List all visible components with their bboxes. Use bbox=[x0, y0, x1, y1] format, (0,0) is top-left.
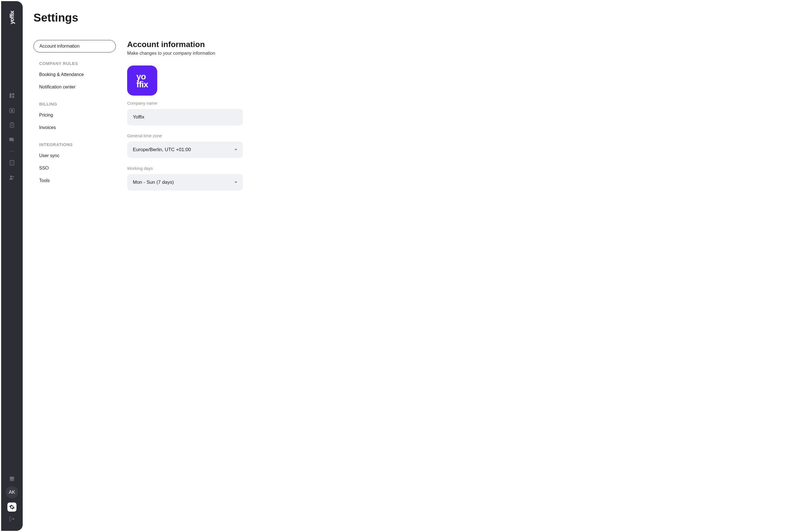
logout-icon[interactable] bbox=[8, 516, 15, 522]
avatar[interactable]: AK bbox=[6, 486, 18, 498]
page-title: Settings bbox=[34, 11, 795, 24]
main-content: Settings Account information COMPANY RUL… bbox=[23, 0, 806, 532]
svg-point-4 bbox=[11, 110, 13, 111]
chat-icon[interactable] bbox=[8, 136, 15, 143]
people-icon[interactable] bbox=[8, 174, 15, 181]
company-name-input[interactable] bbox=[127, 109, 243, 125]
nav-item-pricing[interactable]: Pricing bbox=[34, 109, 116, 121]
nav-item-user-sync[interactable]: User sync bbox=[34, 150, 116, 162]
nav-item-tools[interactable]: Tools bbox=[34, 175, 116, 187]
app-logo: yoffix bbox=[9, 11, 15, 24]
working-days-select[interactable]: Mon - Sun (7 days) bbox=[127, 174, 243, 191]
nav-section-integrations: INTEGRATIONS bbox=[34, 134, 116, 150]
nav-item-invoices[interactable]: Invoices bbox=[34, 122, 116, 134]
section-title: Account information bbox=[127, 40, 326, 49]
field-company-name: Company name bbox=[127, 101, 326, 125]
nav-icons-group bbox=[8, 92, 15, 181]
svg-point-16 bbox=[13, 176, 14, 178]
content-row: Account information COMPANY RULES Bookin… bbox=[34, 40, 795, 198]
timezone-select[interactable]: Europe/Berlin, UTC +01:00 bbox=[127, 141, 243, 158]
building-icon[interactable] bbox=[8, 159, 15, 166]
content-panel: Account information Make changes to your… bbox=[127, 40, 326, 198]
nav-item-account-information[interactable]: Account information bbox=[34, 40, 116, 53]
svg-rect-2 bbox=[12, 96, 14, 98]
section-subtitle: Make changes to your company information bbox=[127, 51, 326, 56]
nav-item-notification-center[interactable]: Notification center bbox=[34, 81, 116, 93]
book-icon[interactable] bbox=[8, 475, 15, 482]
field-working-days: Working days Mon - Sun (7 days) bbox=[127, 166, 326, 191]
svg-rect-1 bbox=[12, 93, 14, 95]
caret-down-icon bbox=[234, 149, 237, 151]
gear-icon[interactable] bbox=[7, 502, 16, 512]
sidebar-rail: yoffix AK bbox=[1, 1, 23, 531]
svg-rect-5 bbox=[10, 123, 14, 128]
nav-item-booking-attendance[interactable]: Booking & Attendance bbox=[34, 69, 116, 80]
settings-nav: Account information COMPANY RULES Bookin… bbox=[34, 40, 116, 198]
dashboard-icon[interactable] bbox=[8, 92, 15, 99]
svg-rect-8 bbox=[10, 160, 14, 165]
caret-down-icon bbox=[234, 182, 237, 183]
calendar-person-icon[interactable] bbox=[8, 107, 15, 114]
company-logo-text: yo ffix bbox=[136, 73, 148, 89]
svg-point-15 bbox=[10, 175, 12, 177]
nav-item-sso[interactable]: SSO bbox=[34, 162, 116, 174]
svg-rect-0 bbox=[10, 93, 11, 98]
nav-divider bbox=[10, 151, 14, 151]
field-timezone: General time zone Europe/Berlin, UTC +01… bbox=[127, 133, 326, 158]
working-days-label: Working days bbox=[127, 166, 326, 171]
company-name-label: Company name bbox=[127, 101, 326, 106]
timezone-value: Europe/Berlin, UTC +01:00 bbox=[133, 147, 191, 153]
clipboard-icon[interactable] bbox=[8, 122, 15, 129]
timezone-label: General time zone bbox=[127, 133, 326, 138]
company-logo[interactable]: yo ffix bbox=[127, 65, 157, 96]
company-logo-line2: ffix bbox=[136, 80, 148, 89]
sidebar-bottom-section: AK bbox=[6, 475, 18, 524]
nav-section-company-rules: COMPANY RULES bbox=[34, 53, 116, 69]
nav-section-billing: BILLING bbox=[34, 94, 116, 109]
working-days-value: Mon - Sun (7 days) bbox=[133, 179, 174, 185]
